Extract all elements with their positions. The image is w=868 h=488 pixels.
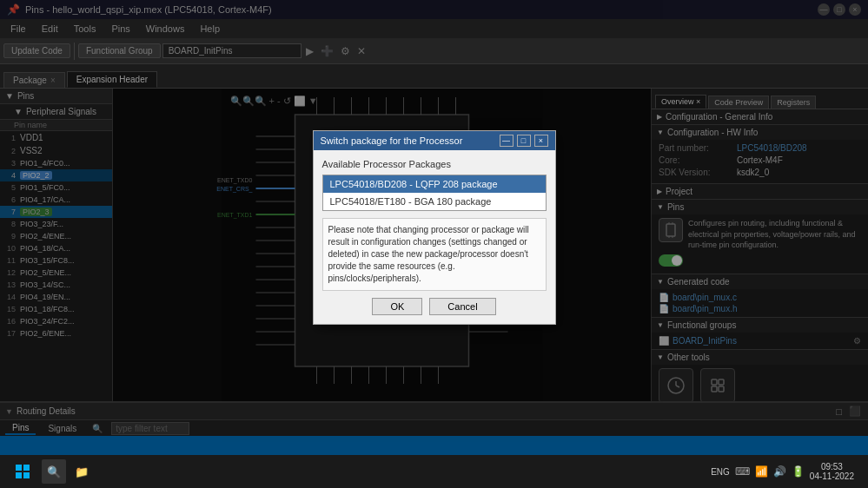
dialog-package-item-2[interactable]: LPC54018/ET180 - BGA 180 package	[323, 193, 546, 210]
keyboard-icon: ⌨	[735, 465, 750, 478]
dialog-overlay: Switch package for the Processor — □ × A…	[0, 0, 868, 455]
dialog-package-item-1[interactable]: LPC54018/BD208 - LQFP 208 package	[323, 175, 546, 193]
dialog-close-btn[interactable]: ×	[534, 135, 548, 147]
dialog-cancel-button[interactable]: Cancel	[429, 298, 495, 315]
taskbar-right: ENG ⌨ 📶 🔊 🔋 09:53 04-11-2022	[711, 462, 861, 481]
dialog-package-list: LPC54018/BD208 - LQFP 208 package LPC540…	[322, 175, 547, 211]
dialog-title-text: Switch package for the Processor	[321, 135, 463, 146]
taskbar-time: 09:53	[810, 462, 854, 472]
dialog-available-label: Available Processor Packages	[322, 159, 547, 169]
svg-rect-70	[16, 465, 22, 471]
dialog-title-controls: — □ ×	[500, 135, 548, 147]
dialog-maximize-btn[interactable]: □	[517, 135, 531, 147]
taskbar-date: 04-11-2022	[810, 472, 854, 481]
dialog-minimize-btn[interactable]: —	[500, 135, 514, 147]
network-icon: 📶	[755, 465, 768, 478]
taskbar: 🔍 📁 ENG ⌨ 📶 🔊 🔋 09:53 04-11-2022	[0, 455, 868, 488]
taskbar-files[interactable]: 📁	[70, 459, 94, 484]
volume-icon: 🔊	[773, 465, 786, 478]
switch-package-dialog: Switch package for the Processor — □ × A…	[313, 130, 556, 325]
taskbar-eng: ENG	[711, 467, 730, 477]
search-icon: 🔍	[47, 465, 61, 478]
taskbar-search[interactable]: 🔍	[42, 459, 66, 484]
dialog-content: Available Processor Packages LPC54018/BD…	[314, 150, 555, 324]
dialog-ok-button[interactable]: OK	[372, 298, 422, 315]
start-button[interactable]	[7, 459, 38, 484]
svg-rect-71	[23, 465, 30, 471]
files-icon: 📁	[75, 465, 89, 478]
taskbar-clock: 09:53 04-11-2022	[810, 462, 854, 481]
dialog-title-bar: Switch package for the Processor — □ ×	[314, 131, 555, 150]
dialog-button-row: OK Cancel	[322, 298, 547, 315]
svg-rect-72	[16, 472, 22, 478]
dialog-package-1-label: LPC54018/BD208 - LQFP 208 package	[330, 179, 498, 189]
battery-icon: 🔋	[792, 465, 805, 478]
svg-rect-73	[23, 472, 30, 478]
dialog-warning-text: Please note that changing processor or p…	[322, 218, 547, 291]
dialog-package-2-label: LPC54018/ET180 - BGA 180 package	[330, 196, 492, 207]
